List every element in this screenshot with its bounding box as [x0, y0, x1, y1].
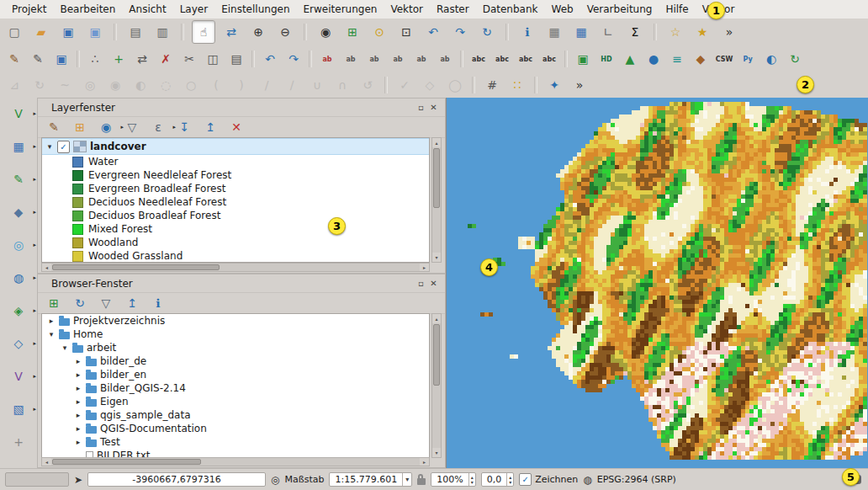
delete-selected-icon[interactable]: ✗ — [155, 48, 177, 70]
expander-icon[interactable]: ▸ — [47, 317, 56, 325]
add-spatialite-layer-icon[interactable]: ◎▸ — [8, 234, 29, 256]
current-edits-icon[interactable]: ✎ — [3, 48, 25, 70]
expander-icon[interactable]: ▾ — [61, 344, 69, 352]
chevron-right-icon[interactable]: ▸ — [33, 143, 36, 150]
scroll-down-icon[interactable]: ▾ — [432, 448, 441, 457]
browser-item-arbeit[interactable]: ▾arbeit — [42, 341, 429, 354]
db-manager-icon[interactable]: ◆ — [690, 48, 712, 70]
browser-item-bilder-en[interactable]: ▸bilder_en — [42, 368, 429, 381]
show-bookmarks-icon[interactable]: ★ — [691, 21, 713, 43]
add-wfs-layer-icon[interactable]: ◇▸ — [8, 333, 29, 354]
add-vector-layer-icon[interactable]: V▸ — [8, 103, 29, 125]
scrollbar-track[interactable] — [51, 458, 420, 466]
add-selected-layers-icon[interactable]: ⊞ — [43, 292, 65, 314]
browser-item-home[interactable]: ▾Home — [42, 328, 429, 341]
chevron-right-icon[interactable]: ▸ — [33, 242, 36, 248]
browser-item-bilder-de[interactable]: ▸bilder_de — [42, 354, 429, 368]
chevron-right-icon[interactable]: ▸ — [33, 340, 36, 347]
filter-legend-icon[interactable]: ▽ — [121, 116, 143, 138]
crs-icon[interactable]: ◍ — [583, 474, 591, 486]
new-bookmark-icon[interactable]: ☆ — [664, 21, 686, 43]
remove-layer-icon[interactable]: ✕ — [225, 116, 247, 138]
refresh-browser-icon[interactable]: ↻ — [69, 292, 91, 314]
menu-verarbeitung[interactable]: Verarbeitung — [580, 2, 659, 17]
spinner-buttons[interactable]: ▴ ▾ — [468, 473, 475, 486]
scale-combo[interactable]: 1:15.779.601 ▾ — [329, 472, 412, 487]
layer-checkbox[interactable]: ✓ — [57, 141, 70, 153]
new-project-icon[interactable]: ▢ — [3, 21, 25, 43]
toggle-editing-icon[interactable]: ✎ — [27, 48, 49, 70]
expander-icon[interactable]: ▸ — [74, 438, 82, 446]
scrollbar-thumb[interactable] — [52, 264, 220, 270]
coordinate-tracking-icon[interactable]: ➤ — [74, 474, 82, 486]
browser-horizontal-scrollbar[interactable]: ◂ ▸ — [41, 457, 430, 466]
menu-vektor[interactable]: Vektor — [384, 2, 430, 17]
zoom-in-icon[interactable]: ⊕ — [247, 21, 269, 43]
chevron-right-icon[interactable]: ▸ — [33, 209, 36, 216]
composer-manager-icon[interactable]: ▥ — [151, 21, 173, 43]
chevron-right-icon[interactable]: ▸ — [33, 274, 36, 281]
move-feature-icon[interactable]: ⇄ — [131, 48, 153, 70]
scroll-left-icon[interactable]: ◂ — [42, 264, 51, 271]
expander-icon[interactable]: ▸ — [74, 424, 82, 433]
scrollbar-thumb[interactable] — [433, 324, 440, 386]
browser-item-qgis-sample-data[interactable]: ▸qgis_sample_data — [42, 408, 429, 422]
open-layer-styling-dock-icon[interactable]: ✎ — [43, 116, 65, 138]
chevron-right-icon[interactable]: ▸ — [33, 176, 36, 183]
toolbar3-overflow-icon[interactable]: » — [569, 74, 590, 96]
identify-features-icon[interactable]: ℹ — [516, 21, 538, 43]
paste-features-icon[interactable]: ▤ — [225, 48, 247, 70]
spinner-buttons[interactable]: ▴ ▾ — [506, 473, 513, 486]
expander-icon[interactable]: ▾ — [47, 330, 56, 338]
openlayers-plugin-icon[interactable]: ◐ — [760, 48, 782, 70]
scroll-down-icon[interactable]: ▾ — [432, 253, 441, 262]
zoom-next-icon[interactable]: ↷ — [449, 21, 471, 43]
coordinate-display[interactable]: -3960667,6797316 — [87, 472, 266, 487]
new-shapefile-layer-icon[interactable]: V▸ — [8, 365, 29, 387]
hd-plugin-icon[interactable]: HD — [595, 48, 617, 70]
search-tool-icon[interactable]: ✦ — [543, 74, 565, 96]
rotate-label-icon[interactable]: ab — [410, 48, 432, 70]
add-feature-icon[interactable]: + — [108, 48, 130, 70]
add-postgis-layer-icon[interactable]: ◆▸ — [8, 201, 29, 223]
toolbar1-overflow-icon[interactable]: » — [718, 21, 740, 43]
measure-line-icon[interactable]: ∟ — [597, 21, 619, 43]
layers-vertical-scrollbar[interactable]: ▴ ▾ — [431, 137, 442, 263]
menu-datenbank[interactable]: Datenbank — [476, 2, 545, 17]
collapse-all-icon[interactable]: ↥ — [199, 116, 221, 138]
menu-erweiterungen[interactable]: Erweiterungen — [297, 2, 384, 17]
chevron-right-icon[interactable]: ▸ — [33, 307, 36, 314]
chevron-right-icon[interactable]: ▸ — [33, 406, 36, 413]
browser-vertical-scrollbar[interactable]: ▴ ▾ — [431, 313, 442, 458]
menu-hilfe[interactable]: Hilfe — [659, 2, 695, 17]
gps-tools-icon[interactable]: + — [8, 431, 29, 453]
text-annotation-icon[interactable]: abc — [468, 48, 490, 70]
save-project-as-icon[interactable]: ▣ — [84, 21, 106, 43]
osm-download-icon[interactable]: ▣ — [572, 48, 594, 70]
map-refresh-icon[interactable]: ↻ — [476, 21, 498, 43]
zoom-last-icon[interactable]: ↶ — [422, 21, 444, 43]
menu-raster[interactable]: Raster — [430, 2, 476, 17]
close-icon[interactable]: ✕ — [427, 277, 440, 290]
profile-tool-icon[interactable]: ● — [643, 48, 664, 70]
add-wcs-layer-icon[interactable]: ◈▸ — [8, 300, 29, 322]
browser-item-bilder-qgis-2-14[interactable]: ▸Bilder_QGIS-2.14 — [42, 381, 429, 395]
scroll-up-icon[interactable]: ▴ — [432, 314, 441, 323]
scroll-right-icon[interactable]: ▸ — [420, 264, 429, 271]
filter-browser-icon[interactable]: ▽ — [95, 292, 117, 314]
layer-row-landcover[interactable]: ▾✓landcover — [42, 138, 429, 155]
add-wms-layer-icon[interactable]: ◍▸ — [8, 267, 29, 289]
rotation-spinbox[interactable]: 0,0 ▴ ▾ — [481, 472, 515, 487]
scrollbar-thumb[interactable] — [52, 459, 201, 465]
expander-icon[interactable]: ▸ — [74, 370, 82, 379]
chevron-right-icon[interactable]: ▸ — [33, 373, 36, 380]
chevron-down-icon[interactable]: ▾ — [402, 473, 411, 486]
menu-layer[interactable]: Layer — [173, 2, 214, 17]
statistical-summary-icon[interactable]: Σ — [624, 21, 646, 43]
filter-legend-expression-icon[interactable]: ε▸ — [147, 116, 169, 138]
scrollbar-track[interactable] — [432, 147, 441, 253]
save-project-icon[interactable]: ▣ — [57, 21, 79, 43]
menu-ansicht[interactable]: Ansicht — [122, 2, 172, 17]
add-virtual-layer-icon[interactable]: ▧▸ — [8, 398, 29, 420]
grid-creator-icon[interactable]: # — [481, 74, 503, 96]
